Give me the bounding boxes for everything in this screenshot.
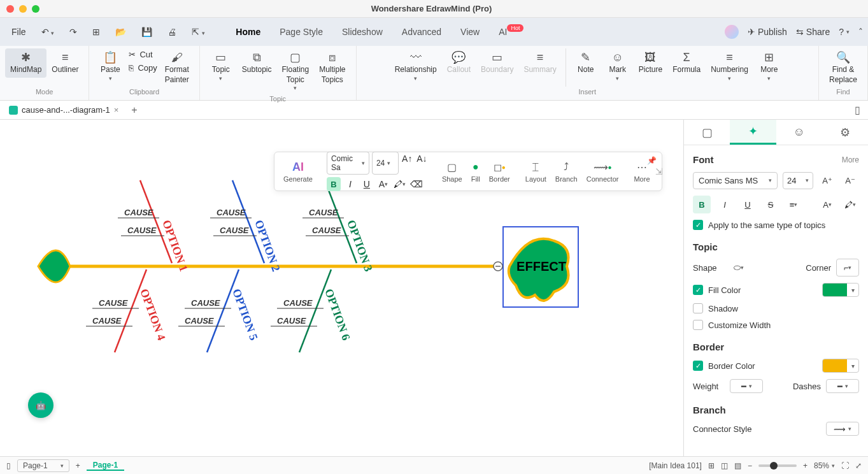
sp-tab-settings[interactable]: ⚙ <box>822 120 868 145</box>
zoom-in[interactable]: + <box>803 461 808 470</box>
close-dot[interactable] <box>6 5 14 13</box>
add-page[interactable]: + <box>76 461 80 470</box>
sp-tab-icon[interactable]: ☺ <box>776 120 822 145</box>
canvas[interactable]: EFFECT CAUSE CAUSE CAUSE CAUSE CAUSE CAU… <box>0 120 683 456</box>
close-tab-icon[interactable]: × <box>114 105 119 115</box>
pin-icon[interactable]: 📌 <box>647 156 657 165</box>
apply-same-checkbox[interactable]: ✓ <box>693 220 703 230</box>
sp-italic[interactable]: I <box>716 196 734 213</box>
toolbar-expand[interactable]: ⇲ <box>655 164 663 178</box>
branch-button[interactable]: ⤴Branch <box>551 160 581 183</box>
outline-toggle[interactable]: ▯ <box>6 461 11 470</box>
font-color-button[interactable]: A▾ <box>376 177 390 191</box>
custom-width-checkbox[interactable] <box>693 320 703 330</box>
mindmap-button[interactable]: ✱MindMap <box>5 48 46 78</box>
corner-select[interactable]: ⌐ ▾ <box>836 259 859 276</box>
document-tab[interactable]: cause-and-...-diagram-1 × <box>4 103 124 117</box>
outliner-button[interactable]: ≡Outliner <box>46 48 83 78</box>
tab-ai[interactable]: AIHot <box>490 22 532 42</box>
chat-fab[interactable]: 🤖 <box>28 392 53 418</box>
cut-button[interactable]: ✂Cut <box>126 48 159 61</box>
publish-button[interactable]: ✈ Publish <box>748 27 787 37</box>
sp-font-increase[interactable]: A⁺ <box>818 171 836 189</box>
find-replace-button[interactable]: 🔍Find & Replace <box>824 48 862 87</box>
help-button[interactable]: ? ▾ <box>839 27 850 37</box>
file-menu[interactable]: File <box>5 23 32 41</box>
bold-button[interactable]: B <box>327 177 341 191</box>
font-size-select[interactable]: 24▾ <box>372 152 399 175</box>
page-selector[interactable]: Page-1▾ <box>17 459 69 472</box>
user-avatar[interactable] <box>725 25 739 39</box>
note-button[interactable]: ✎Note <box>570 48 602 78</box>
collapse-ribbon[interactable]: ˄ <box>858 27 863 37</box>
font-family-select[interactable]: Comic Sa▾ <box>327 152 369 175</box>
border-color-checkbox[interactable]: ✓ <box>693 361 703 371</box>
floating-topic-button[interactable]: ▢Floating Topic▾ <box>276 48 314 95</box>
sp-font-decrease[interactable]: A⁻ <box>841 171 859 189</box>
tab-advanced[interactable]: Advanced <box>393 22 450 42</box>
clear-format-button[interactable]: ⌫ <box>409 177 423 191</box>
sp-font-size[interactable]: 24▾ <box>783 172 813 189</box>
numbering-button[interactable]: ≡Numbering▾ <box>706 48 753 85</box>
copy-button[interactable]: ⎘Copy <box>126 62 159 74</box>
summary-button[interactable]: ≡Summary <box>518 48 561 78</box>
sp-tab-page[interactable]: ▢ <box>684 120 730 145</box>
tab-slideshow[interactable]: Slideshow <box>333 22 392 42</box>
fill-color-checkbox[interactable]: ✓ <box>693 285 703 295</box>
zoom-slider[interactable] <box>758 464 797 467</box>
view-mode-1[interactable]: ⊞ <box>708 461 715 470</box>
dashes-select[interactable]: ━ ▾ <box>826 379 859 393</box>
sp-align[interactable]: ≡▾ <box>785 196 802 213</box>
formula-button[interactable]: ΣFormula <box>667 48 706 78</box>
relationship-button[interactable]: 〰Relationship▾ <box>390 48 442 85</box>
save-button[interactable]: 💾 <box>135 23 159 41</box>
connector-button[interactable]: ⟿●Connector <box>583 160 623 183</box>
sp-underline[interactable]: U <box>739 196 757 213</box>
connector-style-select[interactable]: ⟿ ▾ <box>826 422 859 436</box>
highlight-button[interactable]: 🖍▾ <box>393 177 407 191</box>
fullscreen[interactable]: ⤢ <box>855 461 862 470</box>
new-button[interactable]: ⊞ <box>86 23 106 41</box>
sp-highlight[interactable]: 🖍▾ <box>841 196 859 213</box>
export-button[interactable]: ⇱ ▾ <box>185 23 211 41</box>
tab-view[interactable]: View <box>452 22 488 42</box>
share-button[interactable]: ⇆ Share <box>796 27 830 37</box>
subtopic-button[interactable]: ⧉Subtopic <box>237 48 277 78</box>
add-tab-button[interactable]: + <box>127 104 141 116</box>
tab-home[interactable]: Home <box>227 22 269 42</box>
sp-bold[interactable]: B <box>693 196 711 213</box>
zoom-level[interactable]: 85% ▾ <box>814 461 835 470</box>
minimize-dot[interactable] <box>19 5 27 13</box>
italic-button[interactable]: I <box>343 177 357 191</box>
zoom-out[interactable]: − <box>748 461 752 470</box>
shadow-checkbox[interactable] <box>693 303 703 313</box>
view-mode-3[interactable]: ▤ <box>734 461 741 470</box>
shape-select[interactable]: ⬭ ▾ <box>730 259 748 276</box>
page-tab-active[interactable]: Page-1 <box>87 461 124 471</box>
panel-toggle[interactable]: ▯ <box>851 104 864 116</box>
callout-button[interactable]: 💬Callout <box>442 48 476 78</box>
open-button[interactable]: 📂 <box>109 23 132 41</box>
redo-button[interactable]: ↷ <box>63 23 83 41</box>
tab-page-style[interactable]: Page Style <box>271 22 332 42</box>
boundary-button[interactable]: ▭Boundary <box>476 48 518 78</box>
fill-color-swatch[interactable]: ▾ <box>822 283 859 297</box>
underline-button[interactable]: U <box>360 177 374 191</box>
insert-more-button[interactable]: ⊞More▾ <box>753 48 785 85</box>
shape-button[interactable]: ▢Shape <box>438 160 466 183</box>
topic-button[interactable]: ▭Topic▾ <box>205 48 237 85</box>
decrease-font-icon[interactable]: A↓ <box>416 152 428 166</box>
sp-font-family[interactable]: Comic Sans MS▾ <box>693 172 778 189</box>
increase-font-icon[interactable]: A↑ <box>401 152 413 166</box>
picture-button[interactable]: 🖼Picture <box>634 48 667 78</box>
weight-select[interactable]: ━ ▾ <box>730 379 763 393</box>
sp-tab-style[interactable]: ✦ <box>730 120 776 145</box>
fit-screen[interactable]: ⛶ <box>841 461 849 470</box>
ai-generate-button[interactable]: AI Generate <box>280 160 317 183</box>
border-button[interactable]: ◻●Border <box>485 160 514 183</box>
mark-button[interactable]: ☺Mark▾ <box>602 48 634 85</box>
fill-button[interactable]: ●Fill <box>467 160 484 183</box>
font-more[interactable]: More <box>842 155 859 164</box>
view-mode-2[interactable]: ◫ <box>721 461 728 470</box>
multiple-topics-button[interactable]: ⧈Multiple Topics <box>314 48 350 87</box>
